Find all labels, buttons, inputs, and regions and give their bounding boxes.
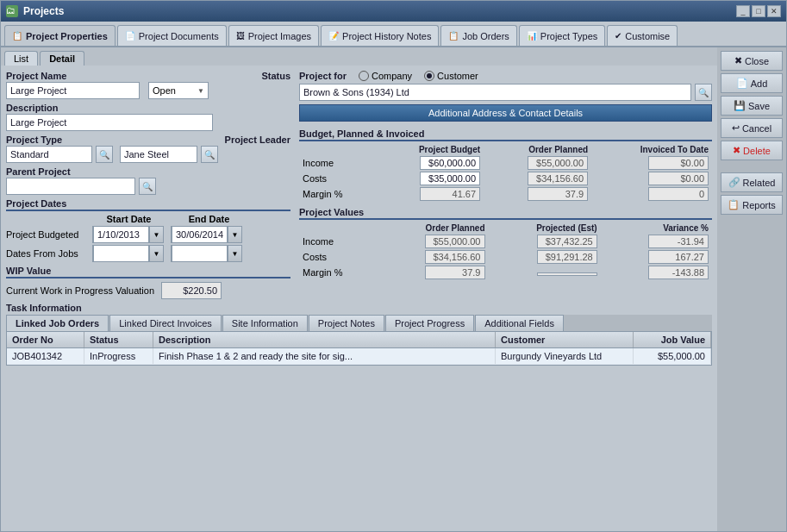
project-leader-browse-button[interactable]: 🔍 (201, 146, 218, 163)
status-arrow-icon: ▼ (197, 87, 204, 95)
customer-name-row: Brown & Sons (1934) Ltd 🔍 (299, 84, 712, 101)
customer-radio-circle[interactable] (424, 71, 434, 81)
additional-address-button[interactable]: Additional Address & Contact Details (299, 104, 712, 122)
jobs-end-calendar-icon[interactable]: ▼ (228, 246, 241, 261)
customer-radio-label: Customer (437, 71, 478, 81)
cancel-button[interactable]: ↩ Cancel (721, 118, 783, 138)
budget-margin-label: Margin % (299, 186, 374, 202)
customer-browse-button[interactable]: 🔍 (695, 84, 712, 101)
budgeted-end-date[interactable]: ▼ (171, 226, 242, 243)
task-label: Task Information (6, 303, 712, 313)
project-budgeted-row: Project Budgeted ▼ ▼ (6, 226, 290, 243)
budget-income-order-planned: $55,000.00 (484, 155, 591, 171)
parent-project-input[interactable] (6, 178, 135, 195)
close-button[interactable]: ✖ Close (721, 51, 783, 71)
budget-table: Project Budget Order Planned Invoiced To… (299, 144, 712, 202)
grid-header: Order No Status Description Customer Job… (7, 332, 711, 348)
grid-cell-customer: Burgundy Vineyards Ltd (496, 348, 634, 364)
project-type-input[interactable]: Standard (6, 146, 92, 163)
related-icon: 🔗 (728, 177, 740, 188)
bottom-tab-additional-fields[interactable]: Additional Fields (475, 315, 564, 331)
bottom-tab-project-notes[interactable]: Project Notes (309, 315, 384, 331)
related-button[interactable]: 🔗 Related (721, 172, 783, 192)
budgeted-start-date[interactable]: ▼ (92, 226, 164, 243)
status-select[interactable]: Open ▼ (148, 82, 209, 99)
reports-icon: 📋 (728, 199, 740, 210)
project-name-label: Project Name (6, 71, 189, 81)
bottom-tab-linked-job-orders[interactable]: Linked Job Orders (6, 315, 109, 331)
tab-customise[interactable]: ✔ Customise (607, 25, 678, 46)
budget-income-label: Income (299, 155, 374, 171)
bottom-tab-project-progress[interactable]: Project Progress (385, 315, 474, 331)
project-leader-input[interactable]: Jane Steel (120, 146, 197, 163)
tab-project-properties-icon: 📋 (12, 31, 22, 41)
grid-cell-order-no: JOB401342 (7, 348, 84, 364)
budget-col-empty (299, 144, 374, 155)
sub-tab-detail[interactable]: Detail (40, 51, 84, 66)
tab-project-history-notes[interactable]: 📝 Project History Notes (321, 25, 439, 46)
reports-button[interactable]: 📋 Reports (721, 195, 783, 215)
budget-costs-project-budget: $35,000.00 (374, 171, 484, 186)
data-grid: Order No Status Description Customer Job… (6, 331, 712, 366)
budget-col-order-planned: Order Planned (484, 144, 591, 155)
company-radio[interactable]: Company (359, 71, 412, 81)
sub-tab-bar: List Detail (1, 47, 717, 66)
wip-label: Current Work in Progress Valuation (6, 285, 154, 296)
bottom-tab-site-information[interactable]: Site Information (222, 315, 308, 331)
budget-margin-row: Margin % 41.67 37.9 0 (299, 186, 712, 202)
tab-project-properties[interactable]: 📋 Project Properties (4, 25, 116, 46)
description-input[interactable]: Large Project (6, 114, 213, 131)
grid-col-job-value: Job Value (634, 332, 711, 347)
customer-name-input[interactable]: Brown & Sons (1934) Ltd (299, 84, 691, 101)
tab-project-types[interactable]: 📊 Project Types (519, 25, 605, 46)
project-name-input[interactable]: Large Project (6, 82, 140, 99)
table-row[interactable]: JOB401342 InProgress Finish Phase 1 & 2 … (7, 348, 711, 365)
company-radio-label: Company (372, 71, 412, 81)
budget-costs-invoiced: $0.00 (591, 171, 712, 186)
project-name-input-row: Large Project Open ▼ (6, 82, 290, 99)
app-icon: 🗂 (6, 5, 18, 17)
sidebar-separator (721, 163, 783, 170)
project-for-row: Project for Company Customer (299, 71, 712, 81)
window-title: Projects (23, 5, 64, 17)
pv-col-order-planned: Order Planned (377, 222, 488, 234)
close-button[interactable]: ✕ (767, 5, 781, 17)
grid-col-status: Status (84, 332, 153, 347)
bottom-tab-linked-direct-invoices[interactable]: Linked Direct Invoices (109, 315, 222, 331)
pv-income-variance: -31.94 (601, 234, 712, 249)
jobs-start-date[interactable]: ▼ (92, 245, 164, 262)
right-sidebar: ✖ Close 📄 Add 💾 Save ↩ Cancel ✖ Delete 🔗 (717, 47, 786, 531)
grid-col-description: Description (153, 332, 496, 347)
project-type-browse-button[interactable]: 🔍 (96, 146, 113, 163)
maximize-button[interactable]: □ (752, 5, 765, 17)
pv-income-label: Income (299, 234, 377, 249)
grid-cell-description: Finish Phase 1 & 2 and ready the site fo… (153, 348, 496, 364)
budget-col-invoiced-to-date: Invoiced To Date (591, 144, 712, 155)
minimize-button[interactable]: _ (736, 5, 750, 17)
parent-project-browse-button[interactable]: 🔍 (139, 178, 156, 195)
delete-icon: ✖ (733, 145, 740, 156)
sub-tab-list[interactable]: List (4, 51, 38, 66)
budget-margin-order-planned: 37.9 (484, 186, 591, 202)
jobs-start-calendar-icon[interactable]: ▼ (149, 246, 163, 261)
pv-income-projected: $37,432.25 (489, 234, 601, 249)
budgeted-start-calendar-icon[interactable]: ▼ (149, 227, 163, 242)
pv-costs-projected: $91,291.28 (489, 249, 601, 265)
budgeted-end-calendar-icon[interactable]: ▼ (228, 227, 241, 242)
company-radio-circle[interactable] (359, 71, 369, 81)
tab-project-images[interactable]: 🖼 Project Images (228, 25, 319, 46)
wip-row: Current Work in Progress Valuation $220.… (6, 282, 290, 299)
form-left: Project Name Status Large Project Open ▼ (6, 71, 290, 299)
grid-cell-status: InProgress (84, 348, 153, 364)
pv-margin-projected (489, 265, 601, 280)
budget-costs-row: Costs $35,000.00 $34,156.60 $0.00 (299, 171, 712, 186)
save-button[interactable]: 💾 Save (721, 96, 783, 116)
tab-project-documents[interactable]: 📄 Project Documents (117, 25, 227, 46)
customer-radio[interactable]: Customer (424, 71, 478, 81)
jobs-end-date[interactable]: ▼ (171, 245, 242, 262)
tab-job-orders[interactable]: 📋 Job Orders (440, 25, 516, 46)
delete-button[interactable]: ✖ Delete (721, 141, 783, 160)
tab-history-notes-icon: 📝 (328, 31, 339, 41)
add-button[interactable]: 📄 Add (721, 73, 783, 93)
main-tab-bar: 📋 Project Properties 📄 Project Documents… (1, 22, 786, 47)
